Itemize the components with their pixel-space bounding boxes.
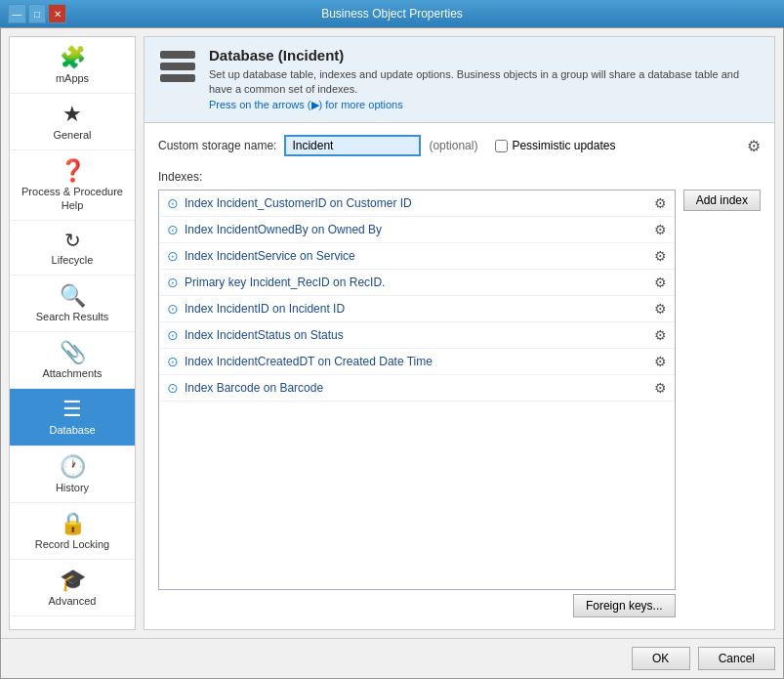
index-gear-icon[interactable]: ⚙ <box>654 248 667 264</box>
index-arrow-icon: ⊙ <box>167 275 179 290</box>
sidebar-item-label: Record Locking <box>35 538 109 551</box>
maximize-button[interactable]: □ <box>28 4 47 23</box>
sidebar-item-advanced[interactable]: 🎓 Advanced <box>10 560 135 616</box>
index-row[interactable]: ⊙ Index Incident_CustomerID on Customer … <box>159 191 675 217</box>
index-row[interactable]: ⊙ Index IncidentOwnedBy on Owned By ⚙ <box>159 217 675 243</box>
index-row-text: Index IncidentOwnedBy on Owned By <box>185 223 648 236</box>
lock-icon: 🔒 <box>60 511 86 536</box>
index-row[interactable]: ⊙ Index IncidentID on Incident ID ⚙ <box>159 296 675 322</box>
sidebar-item-label: Process & Procedure Help <box>14 186 131 211</box>
content-description: Set up database table, indexes and updat… <box>209 67 761 98</box>
pessimistic-updates-row: Pessimistic updates <box>495 139 615 152</box>
content-title: Database (Incident) <box>209 47 761 64</box>
pessimistic-updates-checkbox[interactable] <box>495 140 508 152</box>
mapps-icon: 🧩 <box>60 45 86 70</box>
sidebar-item-label: History <box>56 482 89 494</box>
search-icon: 🔍 <box>60 283 86 309</box>
sidebar-item-label: Database <box>49 424 95 437</box>
index-arrow-icon: ⊙ <box>167 380 179 396</box>
index-row-text: Primary key Incident_RecID on RecID. <box>185 276 648 289</box>
sidebar-item-process-procedure-help[interactable]: ❓ Process & Procedure Help <box>10 150 135 220</box>
index-row[interactable]: ⊙ Primary key Incident_RecID on RecID. ⚙ <box>159 270 675 296</box>
index-row-text: Index Incident_CustomerID on Customer ID <box>185 196 648 210</box>
cancel-button[interactable]: Cancel <box>698 647 775 670</box>
index-gear-icon[interactable]: ⚙ <box>654 195 667 211</box>
content-link: Press on the arrows (▶) for more options <box>209 98 761 112</box>
pessimistic-updates-label: Pessimistic updates <box>512 139 615 152</box>
index-arrow-icon: ⊙ <box>167 327 179 343</box>
close-button[interactable]: ✕ <box>48 4 66 23</box>
indexes-label: Indexes: <box>158 170 761 184</box>
sidebar-item-search-results[interactable]: 🔍 Search Results <box>10 276 135 332</box>
minimize-button[interactable]: — <box>8 4 26 23</box>
storage-name-input[interactable] <box>284 135 421 156</box>
index-gear-icon[interactable]: ⚙ <box>654 354 667 369</box>
index-row-text: Index IncidentService on Service <box>185 249 648 263</box>
index-arrow-icon: ⊙ <box>167 222 179 237</box>
storage-gear-button[interactable]: ⚙ <box>747 137 761 155</box>
advanced-icon: 🎓 <box>60 568 86 593</box>
svg-rect-0 <box>160 51 195 59</box>
press-arrows-link[interactable]: Press on the arrows (▶) for more options <box>209 99 403 110</box>
attachments-icon: 📎 <box>60 340 86 365</box>
foreign-keys-button[interactable]: Foreign keys... <box>573 594 676 617</box>
sidebar-item-label: Lifecycle <box>52 254 94 267</box>
index-row[interactable]: ⊙ Index IncidentStatus on Status ⚙ <box>159 322 675 349</box>
lifecycle-icon: ↻ <box>64 229 81 252</box>
sidebar-item-label: General <box>53 129 91 142</box>
history-icon: 🕐 <box>60 454 86 480</box>
index-arrow-icon: ⊙ <box>167 301 179 317</box>
sidebar-item-record-locking[interactable]: 🔒 Record Locking <box>10 503 135 560</box>
index-row-text: Index IncidentStatus on Status <box>185 328 648 342</box>
index-row[interactable]: ⊙ Index IncidentService on Service ⚙ <box>159 243 675 270</box>
sidebar-item-label: mApps <box>56 72 89 85</box>
sidebar-item-mapps[interactable]: 🧩 mApps <box>10 37 135 94</box>
optional-text: (optional) <box>429 139 477 152</box>
ok-button[interactable]: OK <box>632 647 690 670</box>
sidebar-item-label: Advanced <box>49 595 97 608</box>
sidebar-item-general[interactable]: ★ General <box>10 94 135 150</box>
foreign-keys-area: Foreign keys... <box>158 590 676 617</box>
index-row-text: Index IncidentID on Incident ID <box>185 302 648 316</box>
index-row[interactable]: ⊙ Index Barcode on Barcode ⚙ <box>159 375 675 402</box>
sidebar: 🧩 mApps ★ General ❓ Process & Procedure … <box>9 36 136 630</box>
storage-row: Custom storage name: (optional) Pessimis… <box>158 135 761 156</box>
general-icon: ★ <box>62 102 82 127</box>
sidebar-item-label: Search Results <box>36 311 109 323</box>
index-arrow-icon: ⊙ <box>167 248 179 264</box>
content-area: Database (Incident) Set up database tabl… <box>144 36 775 630</box>
index-row-text: Index IncidentCreatedDT on Created Date … <box>185 355 648 368</box>
sidebar-item-history[interactable]: 🕐 History <box>10 446 135 503</box>
index-row[interactable]: ⊙ Index IncidentCreatedDT on Created Dat… <box>159 349 675 375</box>
index-gear-icon[interactable]: ⚙ <box>654 380 667 396</box>
index-gear-icon[interactable]: ⚙ <box>654 301 667 317</box>
add-index-button[interactable]: Add index <box>683 190 761 211</box>
title-bar: — □ ✕ Business Object Properties <box>0 0 784 27</box>
sidebar-item-attachments[interactable]: 📎 Attachments <box>10 332 135 389</box>
content-header: Database (Incident) Set up database tabl… <box>144 37 774 123</box>
index-arrow-icon: ⊙ <box>167 354 179 369</box>
svg-rect-1 <box>160 63 195 70</box>
window-title: Business Object Properties <box>66 7 718 21</box>
index-gear-icon[interactable]: ⚙ <box>654 275 667 290</box>
header-icon <box>158 47 197 94</box>
sidebar-item-label: Attachments <box>42 367 102 380</box>
index-gear-icon[interactable]: ⚙ <box>654 327 667 343</box>
indexes-area: ⊙ Index Incident_CustomerID on Customer … <box>158 190 761 617</box>
sidebar-item-lifecycle[interactable]: ↻ Lifecycle <box>10 221 135 276</box>
process-icon: ❓ <box>60 158 86 184</box>
storage-label: Custom storage name: <box>158 139 276 152</box>
content-header-text: Database (Incident) Set up database tabl… <box>209 47 761 112</box>
indexes-list: ⊙ Index Incident_CustomerID on Customer … <box>158 190 676 590</box>
svg-rect-2 <box>160 74 195 82</box>
footer-buttons: OK Cancel <box>1 638 783 678</box>
index-row-text: Index Barcode on Barcode <box>185 381 648 395</box>
index-gear-icon[interactable]: ⚙ <box>654 222 667 237</box>
index-arrow-icon: ⊙ <box>167 195 179 211</box>
sidebar-item-database[interactable]: ☰ Database <box>10 389 135 446</box>
database-icon: ☰ <box>62 397 82 422</box>
